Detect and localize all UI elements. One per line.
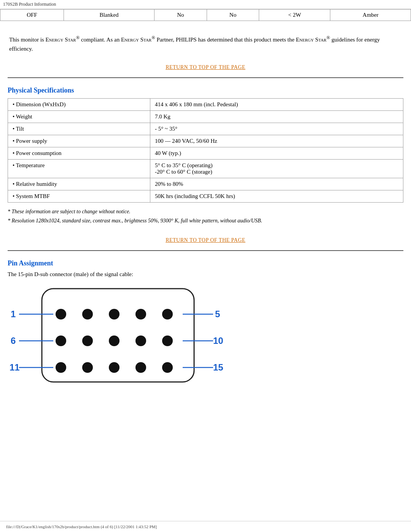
spec-value: 7.0 Kg (150, 111, 403, 123)
spec-label: • Power supply (8, 135, 150, 147)
physical-specs-title: Physical Specifications (0, 81, 411, 98)
spec-value: 5° C to 35° C (operating)-20° C to 60° C… (150, 160, 403, 178)
energy-star-section: This monitor is Energy Star® compliant. … (0, 27, 411, 57)
energy-text-line1: This monitor is Energy Star® compliant. … (9, 34, 402, 53)
spec-table: • Dimension (WxHxD)414 x 406 x 180 mm (i… (8, 98, 403, 203)
pin-intro-text: The 15-pin D-sub connector (male) of the… (8, 271, 403, 278)
svg-point-21 (162, 362, 173, 373)
svg-point-11 (82, 335, 93, 346)
return-to-top-container-1: RETURN TO TOP OF THE PAGE (0, 57, 411, 74)
spec-label: • System MTBF (8, 190, 150, 203)
spec-row: • Temperature5° C to 35° C (operating)-2… (8, 160, 403, 178)
power-states-table: OFFBlankedNoNo< 2WAmber (0, 9, 411, 21)
svg-point-5 (109, 309, 119, 320)
footnotes: * These information are subject to chang… (0, 203, 411, 230)
spec-label: • Tilt (8, 123, 150, 135)
title-bar: 170S2B Product Information (0, 0, 411, 9)
spec-row: • Power consumption40 W (typ.) (8, 147, 403, 160)
svg-point-13 (135, 335, 146, 346)
spec-value: - 5° ~ 35° (150, 123, 403, 135)
svg-point-4 (82, 309, 93, 320)
spec-row: • Power supply100 — 240 VAC, 50/60 Hz (8, 135, 403, 147)
power-state-cell: < 2W (259, 10, 330, 21)
svg-point-7 (162, 309, 173, 320)
return-to-top-container-2: RETURN TO TOP OF THE PAGE (0, 230, 411, 247)
return-to-top-link-1[interactable]: RETURN TO TOP OF THE PAGE (166, 64, 245, 70)
power-state-cell: OFF (0, 10, 64, 21)
pin-assignment-title: Pin Assignment (0, 254, 411, 271)
spec-row: • System MTBF50K hrs (including CCFL 50K… (8, 190, 403, 203)
svg-point-3 (56, 309, 66, 320)
svg-text:6: 6 (11, 335, 16, 346)
power-state-cell: Amber (330, 10, 411, 21)
power-state-cell: Blanked (64, 10, 154, 21)
spec-value: 100 — 240 VAC, 50/60 Hz (150, 135, 403, 147)
title-bar-text: 170S2B Product Information (3, 2, 56, 7)
dsub-diagram: 1 5 6 10 11 15 (8, 283, 403, 395)
svg-text:10: 10 (213, 335, 223, 346)
svg-point-17 (56, 362, 66, 373)
svg-point-18 (82, 362, 93, 373)
spec-label: • Temperature (8, 160, 150, 178)
spec-label: • Dimension (WxHxD) (8, 99, 150, 111)
spec-label: • Relative humidity (8, 178, 150, 190)
spec-row: • Weight7.0 Kg (8, 111, 403, 123)
svg-text:5: 5 (215, 309, 220, 319)
spec-label: • Power consumption (8, 147, 150, 160)
pin-assignment-section: The 15-pin D-sub connector (male) of the… (0, 271, 411, 395)
svg-text:15: 15 (213, 362, 223, 372)
footer-text: file:///D|/Grace/K1/english/170s2b/produ… (6, 524, 157, 529)
footer-bar: file:///D|/Grace/K1/english/170s2b/produ… (0, 521, 411, 532)
svg-point-14 (162, 335, 173, 346)
svg-point-6 (135, 309, 146, 320)
return-to-top-link-2[interactable]: RETURN TO TOP OF THE PAGE (166, 237, 245, 243)
power-state-cell: No (155, 10, 207, 21)
spec-value: 50K hrs (including CCFL 50K hrs) (150, 190, 403, 203)
divider-2 (8, 250, 403, 251)
svg-point-10 (56, 335, 66, 346)
svg-point-20 (135, 362, 146, 373)
svg-point-19 (109, 362, 119, 373)
divider-1 (8, 77, 403, 78)
spec-label: • Weight (8, 111, 150, 123)
spec-value: 40 W (typ.) (150, 147, 403, 160)
power-state-cell: No (207, 10, 259, 21)
footnote: * Resolution 1280x1024, standard size, c… (8, 216, 403, 225)
footnote: * These information are subject to chang… (8, 207, 403, 216)
spec-row: • Relative humidity20% to 80% (8, 178, 403, 190)
svg-text:1: 1 (11, 309, 16, 319)
svg-text:11: 11 (10, 362, 20, 372)
spec-row: • Dimension (WxHxD)414 x 406 x 180 mm (i… (8, 99, 403, 111)
spec-row: • Tilt- 5° ~ 35° (8, 123, 403, 135)
spec-value: 20% to 80% (150, 178, 403, 190)
spec-value: 414 x 406 x 180 mm (incl. Pedestal) (150, 99, 403, 111)
svg-point-12 (109, 335, 119, 346)
